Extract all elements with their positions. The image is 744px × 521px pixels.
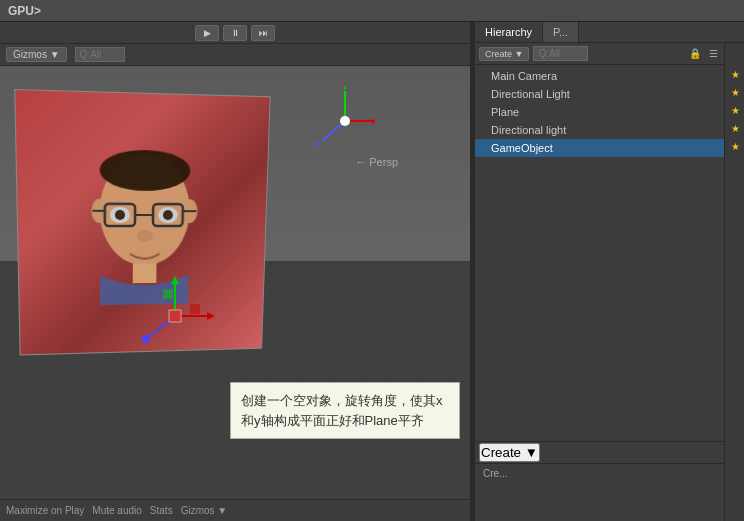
play-button[interactable]: ▶: [195, 25, 219, 41]
tooltip-text: 创建一个空对象，旋转角度，使其x和y轴构成平面正好和Plane平齐: [241, 393, 443, 428]
scene-search-input[interactable]: [75, 47, 125, 62]
bottom-stats[interactable]: Stats: [150, 505, 173, 516]
hierarchy-list: Main CameraDirectional LightPlaneDirecti…: [475, 65, 724, 441]
svg-marker-18: [207, 312, 215, 320]
panel-tabs-row: Hierarchy P...: [475, 22, 744, 43]
hierarchy-menu-icon[interactable]: ☰: [706, 47, 720, 61]
project-tab-label: P...: [553, 26, 568, 38]
hierarchy-search-input[interactable]: [533, 46, 588, 61]
star-item-0[interactable]: ★: [725, 65, 744, 83]
hierarchy-main: Create ▼ 🔒 ☰ Main CameraDirectional Ligh…: [475, 43, 724, 521]
bottom-mute[interactable]: Mute audio: [92, 505, 141, 516]
star-item-3[interactable]: ★: [725, 119, 744, 137]
hierarchy-toolbar: Create ▼ 🔒 ☰: [475, 43, 724, 65]
gpu-label: GPU>: [8, 4, 41, 18]
tooltip-box: 创建一个空对象，旋转角度，使其x和y轴构成平面正好和Plane平齐: [230, 382, 460, 439]
svg-point-30: [340, 116, 350, 126]
main-layout: ▶ ⏸ ⏭ Gizmos ▼: [0, 22, 744, 521]
hierarchy-tab-label: Hierarchy: [485, 26, 532, 38]
hierarchy-item-4[interactable]: GameObject: [475, 139, 724, 157]
hierarchy-item-1[interactable]: Directional Light: [475, 85, 724, 103]
project-create-button[interactable]: Create ▼: [479, 443, 540, 462]
project-tab[interactable]: P...: [543, 22, 579, 42]
scene-content: Y X Z ← Persp 创建一个空对象，旋转角度，使其x和y轴构成平面正好和: [0, 66, 470, 499]
hierarchy-item-2[interactable]: Plane: [475, 103, 724, 121]
hierarchy-tab[interactable]: Hierarchy: [475, 22, 543, 42]
svg-marker-16: [171, 276, 179, 284]
project-toolbar: Create ▼: [475, 442, 724, 464]
star-item-2[interactable]: ★: [725, 101, 744, 119]
scene-bottom-bar: Maximize on Play Mute audio Stats Gizmos…: [0, 499, 470, 521]
hierarchy-lock-icon[interactable]: 🔒: [688, 47, 702, 61]
bottom-gizmos[interactable]: Gizmos ▼: [181, 505, 228, 516]
svg-rect-21: [169, 310, 181, 322]
project-panel: Create ▼ Cre...: [475, 441, 724, 521]
right-panel: Hierarchy P... Create ▼ 🔒 ☰: [474, 22, 744, 521]
play-controls-bar: ▶ ⏸ ⏭: [0, 22, 470, 44]
bottom-maximize[interactable]: Maximize on Play: [6, 505, 84, 516]
orientation-gizmo: Y X Z: [310, 86, 380, 156]
scene-outer: ▶ ⏸ ⏭ Gizmos ▼: [0, 22, 470, 521]
hierarchy-item-3[interactable]: Directional light: [475, 121, 724, 139]
pause-button[interactable]: ⏸: [223, 25, 247, 41]
hierarchy-panel-row: Create ▼ 🔒 ☰ Main CameraDirectional Ligh…: [475, 43, 744, 521]
transform-gizmo: [135, 276, 215, 356]
hierarchy-create-button[interactable]: Create ▼: [479, 47, 529, 61]
top-bar: GPU>: [0, 0, 744, 22]
svg-rect-22: [190, 304, 200, 314]
project-tab-text: Cre...: [483, 468, 507, 479]
svg-point-20: [142, 335, 150, 343]
scene-toolbar: Gizmos ▼: [0, 44, 470, 66]
hierarchy-item-0[interactable]: Main Camera: [475, 67, 724, 85]
project-content: Cre...: [475, 464, 724, 483]
step-button[interactable]: ⏭: [251, 25, 275, 41]
persp-label: ← Persp: [355, 156, 398, 168]
svg-point-11: [115, 210, 125, 220]
stars-column: ★★★★★: [724, 43, 744, 521]
scene-view: Gizmos ▼: [0, 44, 470, 521]
star-item-1[interactable]: ★: [725, 83, 744, 101]
hierarchy-icons: 🔒 ☰: [688, 47, 720, 61]
svg-text:Y: Y: [342, 86, 348, 92]
star-item-4[interactable]: ★: [725, 137, 744, 155]
gizmos-button[interactable]: Gizmos ▼: [6, 47, 67, 62]
svg-rect-23: [163, 289, 173, 299]
svg-text:Z: Z: [315, 140, 321, 150]
svg-text:X: X: [370, 117, 376, 127]
